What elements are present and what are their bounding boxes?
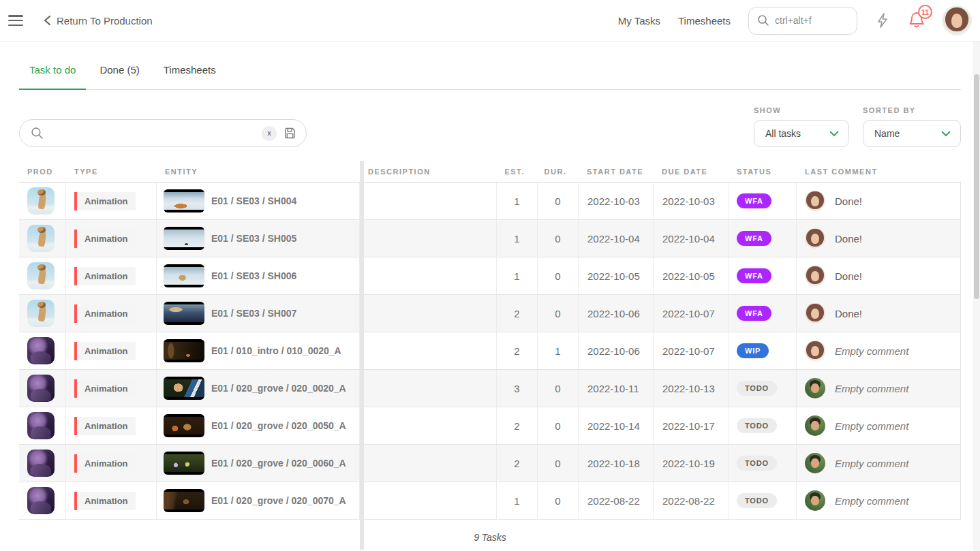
col-dur: DUR. <box>538 161 579 182</box>
last-comment-text: Done! <box>835 270 862 282</box>
clear-filter-button[interactable]: x <box>262 126 277 141</box>
due-date-cell: 2022-10-07 <box>654 332 729 369</box>
entity-thumbnail <box>164 227 204 250</box>
quick-actions-button[interactable] <box>875 12 890 29</box>
nav-timesheets[interactable]: Timesheets <box>678 15 731 27</box>
production-thumbnail <box>27 487 55 514</box>
task-count: 9 Tasks <box>19 520 961 550</box>
column-resize-handle[interactable] <box>360 161 364 550</box>
search-icon <box>757 14 769 27</box>
entity-thumbnail <box>164 377 204 400</box>
table-row[interactable]: Animation E01 / SE03 / SH006 1 0 2022-10… <box>19 257 961 295</box>
table-row[interactable]: Animation E01 / SE03 / SH004 1 0 2022-10… <box>19 183 961 220</box>
vertical-scrollbar[interactable] <box>973 42 980 551</box>
last-comment-text: Done! <box>835 308 862 319</box>
show-select-value: All tasks <box>765 128 801 139</box>
estimation-cell: 2 <box>497 445 538 482</box>
task-type-badge: Animation <box>74 342 136 360</box>
description-cell <box>360 295 497 332</box>
table-row[interactable]: Animation E01 / 020_grove / 020_0050_A 2… <box>19 407 961 445</box>
sorted-by-select[interactable]: Name <box>863 120 961 147</box>
col-start-date: START DATE <box>579 161 654 182</box>
table-body: Animation E01 / SE03 / SH004 1 0 2022-10… <box>19 183 961 520</box>
table-row[interactable]: Animation E01 / 020_grove / 020_0060_A 2… <box>19 445 961 482</box>
production-thumbnail <box>27 225 55 252</box>
entity-name: E01 / 020_grove / 020_0050_A <box>211 420 346 431</box>
chevron-down-icon <box>941 131 951 137</box>
production-thumbnail <box>27 375 55 402</box>
last-comment-text: Empty comment <box>835 345 908 357</box>
task-type-badge: Animation <box>74 417 136 435</box>
lightning-icon <box>875 12 890 29</box>
col-type: TYPE <box>66 161 157 182</box>
nav-my-tasks[interactable]: My Tasks <box>618 15 660 27</box>
description-cell <box>360 332 497 369</box>
notifications-button[interactable]: 11 <box>908 11 925 30</box>
table-row[interactable]: Animation E01 / 020_grove / 020_0070_A 1… <box>19 482 961 520</box>
production-thumbnail <box>27 300 55 327</box>
production-thumbnail <box>27 187 55 215</box>
tab-done[interactable]: Done (5) <box>89 64 149 89</box>
task-type-label: Animation <box>77 267 136 285</box>
entity-thumbnail <box>164 489 204 512</box>
description-cell <box>360 482 497 519</box>
due-date-cell: 2022-10-13 <box>654 370 729 407</box>
global-search-input[interactable] <box>775 15 848 26</box>
entity-name: E01 / SE03 / SH005 <box>211 233 296 244</box>
estimation-cell: 1 <box>497 482 538 519</box>
user-avatar[interactable] <box>943 7 970 34</box>
status-badge: TODO <box>737 381 777 396</box>
task-type-label: Animation <box>77 417 136 435</box>
estimation-cell: 2 <box>497 332 538 369</box>
duration-cell: 0 <box>538 445 579 482</box>
filter-row: x SHOW All tasks SORTED BY Name <box>19 106 961 147</box>
entity-thumbnail <box>164 339 204 362</box>
save-icon <box>284 127 296 140</box>
due-date-cell: 2022-10-04 <box>654 220 729 257</box>
commenter-avatar <box>805 490 825 511</box>
commenter-avatar <box>805 303 825 324</box>
status-badge: WFA <box>737 231 771 246</box>
scrollbar-thumb[interactable] <box>974 74 979 299</box>
tab-task-to-do[interactable]: Task to do <box>19 64 86 89</box>
hamburger-menu-icon[interactable] <box>8 15 23 26</box>
chevron-down-icon <box>829 131 839 137</box>
due-date-cell: 2022-10-17 <box>654 407 729 444</box>
estimation-cell: 3 <box>497 370 538 407</box>
task-filter-input[interactable] <box>50 128 255 139</box>
tab-timesheets[interactable]: Timesheets <box>153 64 226 89</box>
task-type-label: Animation <box>77 342 136 360</box>
status-badge: TODO <box>737 456 777 471</box>
save-filter-button[interactable] <box>284 127 296 140</box>
estimation-cell: 1 <box>497 220 538 257</box>
task-type-badge: Animation <box>74 379 136 398</box>
start-date-cell: 2022-10-18 <box>579 445 654 482</box>
back-to-production-link[interactable]: Return To Production <box>44 15 153 27</box>
entity-thumbnail <box>164 264 204 287</box>
col-prod: PROD <box>19 161 66 182</box>
last-comment-text: Done! <box>835 195 862 207</box>
table-row[interactable]: Animation E01 / 010_intro / 010_0020_A 2… <box>19 332 961 370</box>
task-tabs: Task to do Done (5) Timesheets <box>19 42 961 90</box>
description-cell <box>360 183 497 219</box>
status-badge: TODO <box>737 418 777 433</box>
table-row[interactable]: Animation E01 / SE03 / SH005 1 0 2022-10… <box>19 220 961 257</box>
task-type-label: Animation <box>77 492 136 510</box>
last-comment-text: Empty comment <box>835 458 908 469</box>
table-row[interactable]: Animation E01 / SE03 / SH007 2 0 2022-10… <box>19 295 961 332</box>
entity-thumbnail <box>164 302 204 325</box>
show-select[interactable]: All tasks <box>754 120 849 147</box>
status-badge: WFA <box>737 193 771 208</box>
duration-cell: 1 <box>538 332 579 369</box>
due-date-cell: 2022-10-07 <box>654 295 729 332</box>
start-date-cell: 2022-10-14 <box>579 407 654 444</box>
status-badge: TODO <box>737 493 777 508</box>
notification-count-badge: 11 <box>918 5 932 19</box>
duration-cell: 0 <box>538 482 579 519</box>
global-search <box>748 7 857 35</box>
table-row[interactable]: Animation E01 / 020_grove / 020_0020_A 3… <box>19 370 961 407</box>
task-type-badge: Animation <box>74 304 136 323</box>
commenter-avatar <box>805 341 825 361</box>
sorted-by-label: SORTED BY <box>863 106 961 114</box>
task-type-badge: Animation <box>74 454 136 473</box>
